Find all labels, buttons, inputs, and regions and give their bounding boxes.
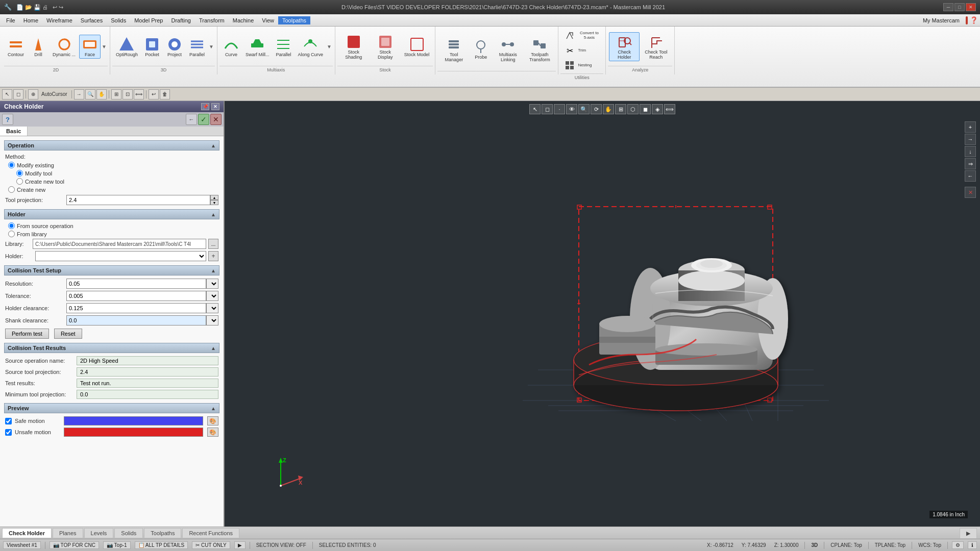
menu-view[interactable]: View	[258, 16, 278, 24]
vp-eye-btn[interactable]: 👁	[566, 104, 577, 114]
trim-button[interactable]: ✂ Trim	[561, 43, 588, 58]
toolbar-snap-btn[interactable]: ⊡	[122, 89, 133, 99]
menu-wireframe[interactable]: Wireframe	[42, 16, 77, 24]
library-browse-button[interactable]: ...	[208, 239, 218, 249]
tool-projection-input[interactable]	[66, 195, 210, 205]
status-info-btn[interactable]: ℹ	[968, 541, 977, 549]
safe-motion-color-picker[interactable]: 🎨	[207, 416, 218, 425]
holder-library-radio[interactable]	[8, 231, 15, 237]
tab-planes[interactable]: Planes	[53, 528, 83, 538]
menu-solids[interactable]: Solids	[107, 16, 130, 24]
file-new-icon[interactable]: 📄	[16, 4, 23, 11]
vp-right-arrow-btn[interactable]: →	[965, 134, 976, 145]
preview-section-header[interactable]: Preview ▲	[4, 403, 219, 413]
project-button[interactable]: Project	[164, 35, 185, 59]
panel-help-button[interactable]: ?	[2, 114, 13, 125]
method-modify-tool-radio[interactable]	[16, 170, 23, 177]
toolbar-undo2-btn[interactable]: ↩	[149, 89, 159, 99]
vp-dot-btn[interactable]: ·	[554, 104, 565, 114]
vp-shaded-btn[interactable]: ◼	[640, 104, 651, 114]
print-icon[interactable]: 🖨	[42, 4, 48, 10]
parallel-3d-button[interactable]: Parallel	[186, 35, 208, 59]
menu-toolpaths[interactable]: Toolpaths	[278, 16, 310, 24]
nesting-button[interactable]: Nesting	[561, 58, 594, 72]
menu-surfaces[interactable]: Surfaces	[77, 16, 107, 24]
maximize-button[interactable]: □	[954, 3, 965, 11]
vp-cursor-btn[interactable]: ↖	[529, 104, 541, 114]
stock-model-button[interactable]: Stock Model	[402, 35, 432, 59]
unsafe-motion-color-picker[interactable]: 🎨	[207, 428, 218, 437]
panel-back-button[interactable]: ←	[186, 114, 197, 125]
pocket-button[interactable]: Pocket	[141, 35, 163, 59]
along-curve-button[interactable]: Along Curve	[295, 35, 326, 59]
vp-zoom-btn[interactable]: 🔍	[578, 104, 590, 114]
parallel-multi-button[interactable]: Parallel	[273, 35, 294, 59]
contour-button[interactable]: Contour	[5, 35, 27, 59]
vp-select-btn[interactable]: ◻	[542, 104, 553, 114]
collision-results-header[interactable]: Collision Test Results ▲	[4, 343, 219, 353]
toolpath-transform-button[interactable]: Toolpath Transform	[524, 35, 555, 64]
multiaxis-linking-button[interactable]: Multiaxis Linking	[493, 35, 523, 64]
method-create-new-radio[interactable]	[8, 186, 15, 193]
all-tp-item[interactable]: 📋 ALL TP DETAILS	[135, 541, 188, 549]
check-holder-ribbon-button[interactable]: Check Holder	[609, 32, 640, 62]
menu-file[interactable]: File	[2, 16, 19, 24]
viewsheet-item[interactable]: Viewsheet #1	[3, 541, 41, 549]
toolbar-grid-btn[interactable]: ⊞	[111, 89, 121, 99]
holder-source-radio[interactable]	[8, 222, 15, 229]
top1-item[interactable]: 📷 Top-1	[103, 541, 131, 549]
vp-orbit-btn[interactable]: ⟳	[591, 104, 602, 114]
resolution-input[interactable]	[66, 279, 206, 289]
vp-pan-btn[interactable]: ✋	[603, 104, 614, 114]
shank-clearance-unit-select[interactable]: ▼	[206, 315, 218, 325]
multiaxis-expand-arrow[interactable]: ▼	[327, 44, 332, 49]
redo-icon[interactable]: ↪	[59, 4, 63, 11]
vp-wireframe-btn[interactable]: ⬡	[627, 104, 639, 114]
vp-x-btn[interactable]: ✕	[965, 187, 976, 198]
expand-item[interactable]: ▶	[234, 541, 246, 549]
perform-test-button[interactable]: Perform test	[5, 329, 49, 339]
save-icon[interactable]: 💾	[34, 4, 41, 11]
holder-section-header[interactable]: Holder ▲	[4, 209, 219, 219]
menu-machine[interactable]: Machine	[229, 16, 258, 24]
menu-drafting[interactable]: Drafting	[167, 16, 195, 24]
toolbar-dim-btn[interactable]: ⟺	[134, 89, 144, 99]
toolbar-cursor-btn[interactable]: ↖	[2, 89, 12, 99]
convert-5axis-button[interactable]: Convert to 5-axis	[561, 29, 602, 43]
vp-right-arrow2-btn[interactable]: ⇒	[965, 158, 976, 169]
curve-button[interactable]: Curve	[220, 35, 242, 59]
holder-select-dropdown[interactable]	[35, 251, 206, 261]
vp-layers-btn[interactable]: ⊞	[615, 104, 626, 114]
vp-render-btn[interactable]: ◈	[652, 104, 663, 114]
2d-expand-arrow[interactable]: ▼	[102, 44, 107, 49]
optirough-button[interactable]: OptiRough	[113, 35, 140, 59]
close-button[interactable]: ✕	[966, 3, 976, 11]
holder-clearance-input[interactable]	[66, 303, 206, 313]
open-icon[interactable]: 📂	[25, 4, 32, 11]
toolbar-arrow-btn[interactable]: →	[74, 89, 84, 99]
vp-left-arrow-btn[interactable]: ←	[965, 170, 976, 182]
method-create-new-tool-radio[interactable]	[16, 178, 23, 185]
tab-solids[interactable]: Solids	[114, 528, 143, 538]
menu-my-mastercam[interactable]: My Mastercam	[919, 16, 964, 24]
tab-basic[interactable]: Basic	[0, 127, 28, 136]
holder-clearance-unit-select[interactable]: ▼	[206, 303, 218, 313]
collision-setup-header[interactable]: Collision Test Setup ▲	[4, 265, 219, 276]
menu-transform[interactable]: Transform	[195, 16, 229, 24]
undo-icon[interactable]: ↩	[53, 4, 57, 11]
toolbar-pan-btn[interactable]: ✋	[96, 89, 107, 99]
check-tool-reach-button[interactable]: Check Tool Reach	[641, 32, 671, 62]
tool-projection-down[interactable]: ▼	[210, 200, 218, 205]
status-settings-btn[interactable]: ⚙	[952, 541, 964, 549]
drill-button[interactable]: Drill	[28, 35, 49, 59]
tab-check-holder[interactable]: Check Holder	[2, 528, 52, 538]
resolution-unit-select[interactable]: ▼	[206, 279, 218, 289]
panel-ok-button[interactable]: ✓	[198, 114, 209, 125]
stock-display-button[interactable]: Stock Display	[370, 32, 401, 62]
tab-recent-functions[interactable]: Recent Functions	[182, 528, 239, 538]
tab-toolpaths[interactable]: Toolpaths	[144, 528, 181, 538]
dynamic-button[interactable]: Dynamic ...	[50, 35, 78, 59]
menu-model-prep[interactable]: Model Prep	[130, 16, 167, 24]
swarf-button[interactable]: Swarf Mill...	[243, 35, 272, 59]
help-icon[interactable]: ❓	[970, 16, 978, 24]
